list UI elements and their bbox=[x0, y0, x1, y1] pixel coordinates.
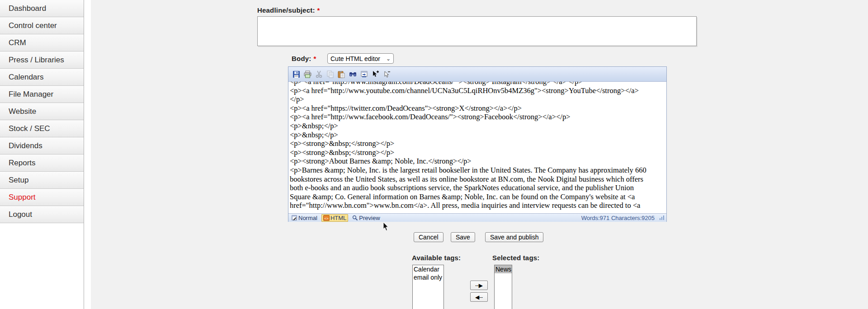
sidebar-item-website[interactable]: Website bbox=[0, 103, 84, 120]
editor-code-line: <p><a href="http://www.facebook.com/Dead… bbox=[290, 112, 665, 122]
save-button[interactable]: Save bbox=[451, 232, 475, 242]
word-count-stats: Words:971 Characters:9205 bbox=[581, 215, 655, 221]
editor-code-line: <p><a href="https://twitter.com/DeadOcea… bbox=[290, 104, 665, 113]
cancel-button[interactable]: Cancel bbox=[414, 232, 443, 242]
sidebar-item-calendars[interactable]: Calendars bbox=[0, 69, 84, 86]
sidebar: DashboardControl centerCRMPress / Librar… bbox=[0, 0, 84, 309]
pointer-remove-icon[interactable] bbox=[382, 70, 391, 79]
svg-text:<>: <> bbox=[324, 216, 329, 220]
chevron-down-icon: ⌄ bbox=[386, 56, 391, 62]
pointer-add-icon[interactable] bbox=[371, 70, 380, 79]
headline-label-text: Headline/subject: bbox=[257, 6, 315, 14]
sidebar-item-crm[interactable]: CRM bbox=[0, 34, 84, 52]
sidebar-item-dividends[interactable]: Dividends bbox=[0, 137, 84, 154]
body-editor-select[interactable]: Cute HTML editor ⌄ bbox=[327, 53, 394, 64]
mode-tab-preview[interactable]: Preview bbox=[351, 214, 381, 222]
list-item[interactable]: News bbox=[495, 265, 512, 273]
selected-tags-listbox[interactable]: News bbox=[494, 265, 512, 309]
list-item[interactable]: Calendar bbox=[413, 265, 443, 273]
html-mode-icon: <> bbox=[323, 215, 330, 221]
sidebar-item-dashboard[interactable]: Dashboard bbox=[0, 0, 84, 17]
editor-code-line: <p>&nbsp;</p> bbox=[290, 131, 665, 140]
move-left-button[interactable]: ◀-- bbox=[470, 292, 488, 302]
headline-input[interactable] bbox=[257, 16, 697, 46]
sidebar-item-logout[interactable]: Logout bbox=[0, 206, 84, 223]
sidebar-item-setup[interactable]: Setup bbox=[0, 172, 84, 189]
headline-label: Headline/subject:* bbox=[257, 6, 320, 14]
sidebar-item-control-center[interactable]: Control center bbox=[0, 17, 84, 34]
editor-code-line: bookstores across the United States, as … bbox=[290, 175, 665, 184]
mode-tab-html[interactable]: <>HTML bbox=[321, 214, 348, 222]
list-item[interactable]: email only bbox=[413, 273, 443, 281]
mode-tab-label: Normal bbox=[298, 215, 317, 221]
mode-tabs: Normal<>HTMLPreview bbox=[290, 214, 384, 222]
editor-code-line: <p>&nbsp;</p> bbox=[290, 122, 665, 131]
editor-toolbar bbox=[288, 67, 666, 82]
editor-code-line: <p>Barnes &amp; Noble, Inc. is the large… bbox=[290, 166, 665, 175]
normal-mode-icon bbox=[292, 215, 297, 221]
editor-code-line: both e-books and an audio book subscript… bbox=[290, 183, 665, 192]
editor-code-line: <p><a href="http://www.youtube.com/chann… bbox=[290, 86, 665, 95]
editor-code-line: Square &amp; Co. General information on … bbox=[290, 192, 665, 201]
sidebar-item-press-libraries[interactable]: Press / Libraries bbox=[0, 52, 84, 69]
mode-tab-label: HTML bbox=[330, 215, 346, 221]
find-icon[interactable] bbox=[349, 70, 357, 79]
main-panel: Headline/subject:* Body:* Cute HTML edit… bbox=[91, 0, 868, 309]
resize-grip-icon[interactable] bbox=[659, 215, 665, 220]
sidebar-item-reports[interactable]: Reports bbox=[0, 154, 84, 172]
preview-mode-icon bbox=[352, 215, 358, 221]
html-editor: <p> <a href="http://www.instagram.com/De… bbox=[288, 66, 667, 222]
editor-code-line: </p> bbox=[290, 95, 665, 104]
page: DashboardControl centerCRMPress / Librar… bbox=[0, 0, 868, 309]
mouse-cursor-icon bbox=[383, 222, 389, 231]
editor-statusbar: Normal<>HTMLPreview Words:971 Characters… bbox=[288, 213, 666, 222]
editor-content[interactable]: <p> <a href="http://www.instagram.com/De… bbox=[288, 82, 666, 213]
mode-tab-normal[interactable]: Normal bbox=[290, 214, 319, 222]
save-and-publish-button[interactable]: Save and publish bbox=[485, 232, 543, 242]
copy-icon bbox=[326, 70, 335, 79]
headline-required-mark: * bbox=[317, 6, 320, 14]
body-label: Body:* bbox=[292, 55, 316, 62]
selected-tags-label: Selected tags: bbox=[492, 254, 540, 262]
paste-icon[interactable] bbox=[337, 70, 346, 79]
available-tags-listbox[interactable]: Calendaremail only bbox=[412, 265, 444, 309]
sidebar-item-file-manager[interactable]: File Manager bbox=[0, 86, 84, 103]
move-right-button[interactable]: --▶ bbox=[470, 281, 488, 290]
print-icon[interactable] bbox=[303, 70, 312, 79]
editor-code-line: <p><strong>&nbsp;</strong></p> bbox=[290, 139, 665, 148]
sidebar-item-stock-sec[interactable]: Stock / SEC bbox=[0, 120, 84, 137]
sidebar-item-support[interactable]: Support bbox=[0, 189, 84, 206]
body-required-mark: * bbox=[314, 55, 316, 62]
editor-code-line: href="http://www.bn.com">www.bn.com</a>.… bbox=[290, 201, 665, 210]
save-icon[interactable] bbox=[292, 70, 301, 79]
body-editor-select-value: Cute HTML editor bbox=[330, 55, 384, 62]
body-label-text: Body: bbox=[292, 55, 311, 62]
cut-icon bbox=[315, 70, 323, 79]
editor-code-line: <p><strong>About Barnes &amp; Noble, Inc… bbox=[290, 157, 665, 166]
editor-code-line: <p><strong>&nbsp;</strong></p> bbox=[290, 148, 665, 157]
replace-icon[interactable] bbox=[360, 70, 368, 79]
mode-tab-label: Preview bbox=[359, 215, 380, 221]
editor-code-line: <p> <a href="http://www.instagram.com/De… bbox=[290, 82, 665, 86]
available-tags-label: Available tags: bbox=[412, 254, 461, 262]
